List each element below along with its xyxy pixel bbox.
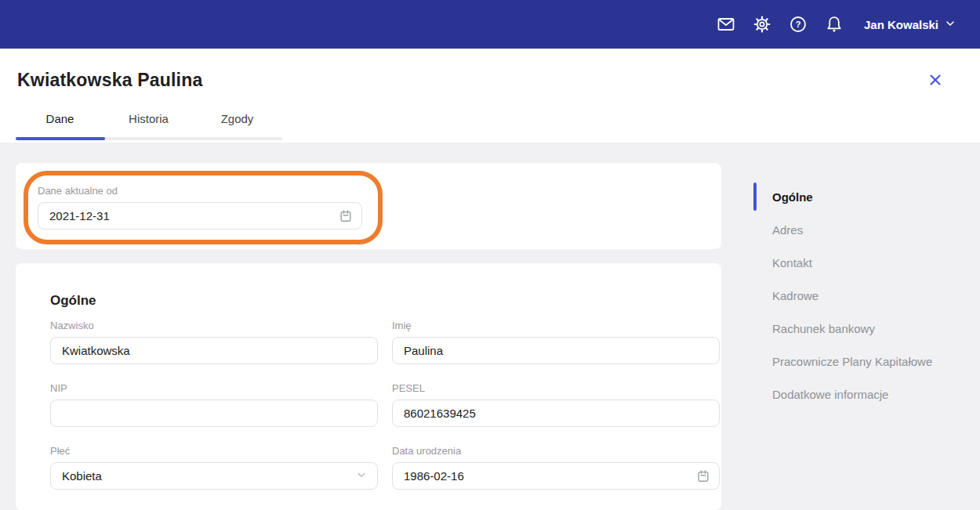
plec-select[interactable]: Kobieta <box>50 462 378 490</box>
effective-date-label: Dane aktualne od <box>38 185 362 197</box>
imie-label: Imię <box>392 320 720 331</box>
effective-date-input[interactable] <box>38 202 362 230</box>
general-card: Ogólne Nazwisko Imię NIP PESEL Płeć Kobi… <box>16 263 721 510</box>
section-nav-kadrowe[interactable]: Kadrowe <box>772 279 965 312</box>
general-form: Nazwisko Imię NIP PESEL Płeć Kobieta <box>50 320 720 490</box>
chevron-down-icon <box>944 17 956 32</box>
plec-selected-value: Kobieta <box>62 469 102 483</box>
user-name: Jan Kowalski <box>864 18 938 31</box>
imie-input[interactable] <box>392 337 720 364</box>
active-section-indicator <box>753 183 757 211</box>
mail-icon[interactable] <box>717 15 736 34</box>
svg-text:?: ? <box>796 20 801 29</box>
field-nazwisko: Nazwisko <box>50 320 378 364</box>
settings-gear-icon[interactable] <box>753 15 772 34</box>
nip-input[interactable] <box>50 400 378 427</box>
calendar-icon[interactable] <box>695 468 711 484</box>
field-plec: Płeć Kobieta <box>50 445 378 490</box>
effective-date-card: Dane aktualne od <box>16 163 721 249</box>
section-nav-kontakt[interactable]: Kontakt <box>772 246 965 279</box>
pesel-input[interactable] <box>392 400 720 427</box>
data-urodzenia-label: Data urodzenia <box>392 445 720 457</box>
tab-zgody[interactable]: Zgody <box>193 106 281 136</box>
topbar: ? Jan Kowalski <box>0 0 980 49</box>
nazwisko-label: Nazwisko <box>50 320 378 331</box>
user-menu[interactable]: Jan Kowalski <box>864 17 956 32</box>
section-nav-ogolne[interactable]: Ogólne <box>772 180 965 213</box>
field-pesel: PESEL <box>392 382 720 427</box>
general-section-heading: Ogólne <box>50 293 96 309</box>
field-data-urodzenia: Data urodzenia <box>392 445 720 490</box>
tab-dane[interactable]: Dane <box>16 106 104 136</box>
help-icon[interactable]: ? <box>789 15 808 34</box>
data-urodzenia-input[interactable] <box>392 462 720 490</box>
close-icon[interactable] <box>927 71 946 90</box>
active-tab-indicator <box>16 137 105 140</box>
chevron-down-icon <box>354 468 368 484</box>
notifications-bell-icon[interactable] <box>825 15 844 34</box>
section-nav-dodatkowe-informacje[interactable]: Dodatkowe informacje <box>772 378 965 411</box>
section-nav: Ogólne Adres Kontakt Kadrowe Rachunek ba… <box>753 180 965 411</box>
plec-label: Płeć <box>50 445 378 457</box>
section-nav-rachunek-bankowy[interactable]: Rachunek bankowy <box>772 312 965 345</box>
page-header: Kwiatkowska Paulina Dane Historia Zgody <box>0 49 980 143</box>
page-title: Kwiatkowska Paulina <box>17 70 202 91</box>
tab-historia[interactable]: Historia <box>104 106 193 136</box>
field-nip: NIP <box>50 382 378 427</box>
nip-label: NIP <box>50 382 378 394</box>
nazwisko-input[interactable] <box>50 337 378 364</box>
section-nav-ppk[interactable]: Pracownicze Plany Kapitałowe <box>772 345 965 378</box>
pesel-label: PESEL <box>392 382 720 394</box>
section-nav-adres[interactable]: Adres <box>772 213 965 246</box>
calendar-icon[interactable] <box>338 208 354 224</box>
tab-bar: Dane Historia Zgody <box>16 106 281 136</box>
field-imie: Imię <box>392 320 720 364</box>
